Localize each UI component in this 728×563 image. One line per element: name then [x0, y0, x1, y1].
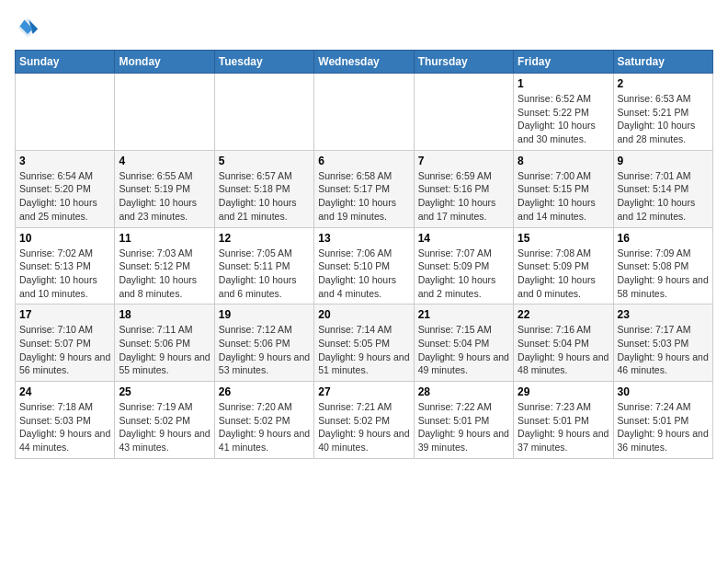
calendar-cell: 17Sunrise: 7:10 AMSunset: 5:07 PMDayligh… [16, 304, 115, 382]
calendar-cell: 7Sunrise: 6:59 AMSunset: 5:16 PMDaylight… [414, 150, 513, 227]
calendar-cell: 24Sunrise: 7:18 AMSunset: 5:03 PMDayligh… [16, 382, 115, 459]
calendar-week-row: 10Sunrise: 7:02 AMSunset: 5:13 PMDayligh… [16, 227, 713, 304]
calendar-cell: 6Sunrise: 6:58 AMSunset: 5:17 PMDaylight… [314, 150, 414, 227]
calendar-cell: 14Sunrise: 7:07 AMSunset: 5:09 PMDayligh… [414, 227, 513, 304]
day-info: Sunrise: 7:08 AMSunset: 5:09 PMDaylight:… [518, 247, 609, 301]
day-info: Sunrise: 6:53 AMSunset: 5:21 PMDaylight:… [618, 92, 709, 146]
day-of-week-header: Wednesday [314, 51, 414, 74]
calendar-week-row: 3Sunrise: 6:54 AMSunset: 5:20 PMDaylight… [16, 150, 713, 227]
calendar-cell: 13Sunrise: 7:06 AMSunset: 5:10 PMDayligh… [314, 227, 414, 304]
day-number: 29 [518, 385, 609, 398]
calendar-header-row: SundayMondayTuesdayWednesdayThursdayFrid… [16, 51, 713, 74]
day-number: 26 [219, 385, 310, 398]
day-number: 22 [518, 308, 609, 321]
calendar-cell: 15Sunrise: 7:08 AMSunset: 5:09 PMDayligh… [514, 227, 613, 304]
calendar-cell: 29Sunrise: 7:23 AMSunset: 5:01 PMDayligh… [514, 382, 613, 459]
day-info: Sunrise: 7:23 AMSunset: 5:01 PMDaylight:… [518, 400, 609, 454]
calendar-cell [16, 74, 115, 151]
day-info: Sunrise: 7:03 AMSunset: 5:12 PMDaylight:… [119, 247, 210, 301]
day-info: Sunrise: 7:18 AMSunset: 5:03 PMDaylight:… [19, 400, 110, 454]
day-info: Sunrise: 7:15 AMSunset: 5:04 PMDaylight:… [418, 323, 509, 377]
day-number: 28 [418, 385, 509, 398]
day-info: Sunrise: 7:16 AMSunset: 5:04 PMDaylight:… [518, 323, 609, 377]
day-number: 9 [618, 155, 709, 167]
day-info: Sunrise: 6:59 AMSunset: 5:16 PMDaylight:… [418, 169, 509, 224]
calendar-cell: 19Sunrise: 7:12 AMSunset: 5:06 PMDayligh… [214, 304, 313, 382]
calendar-cell: 1Sunrise: 6:52 AMSunset: 5:22 PMDaylight… [514, 74, 613, 151]
calendar-cell: 8Sunrise: 7:00 AMSunset: 5:15 PMDaylight… [514, 150, 613, 227]
day-number: 30 [618, 385, 709, 398]
day-number: 15 [518, 232, 609, 245]
day-number: 12 [219, 232, 310, 245]
day-info: Sunrise: 7:22 AMSunset: 5:01 PMDaylight:… [418, 400, 509, 454]
calendar-cell: 4Sunrise: 6:55 AMSunset: 5:19 PMDaylight… [115, 150, 214, 227]
calendar-cell: 23Sunrise: 7:17 AMSunset: 5:03 PMDayligh… [613, 304, 712, 382]
day-number: 8 [518, 155, 609, 167]
day-info: Sunrise: 6:54 AMSunset: 5:20 PMDaylight:… [19, 169, 110, 224]
day-number: 2 [618, 77, 709, 90]
calendar-cell: 2Sunrise: 6:53 AMSunset: 5:21 PMDaylight… [613, 74, 712, 151]
day-info: Sunrise: 6:58 AMSunset: 5:17 PMDaylight:… [318, 169, 409, 224]
calendar-cell: 22Sunrise: 7:16 AMSunset: 5:04 PMDayligh… [514, 304, 613, 382]
day-number: 14 [418, 232, 509, 245]
day-info: Sunrise: 7:11 AMSunset: 5:06 PMDaylight:… [119, 323, 210, 377]
day-number: 7 [418, 155, 509, 167]
day-of-week-header: Saturday [613, 51, 712, 74]
calendar-cell: 26Sunrise: 7:20 AMSunset: 5:02 PMDayligh… [214, 382, 313, 459]
day-info: Sunrise: 7:21 AMSunset: 5:02 PMDaylight:… [318, 400, 409, 454]
day-of-week-header: Thursday [414, 51, 513, 74]
day-number: 1 [518, 77, 609, 90]
day-info: Sunrise: 7:12 AMSunset: 5:06 PMDaylight:… [219, 323, 310, 377]
day-number: 13 [318, 232, 409, 245]
day-of-week-header: Monday [115, 51, 214, 74]
calendar-cell: 12Sunrise: 7:05 AMSunset: 5:11 PMDayligh… [214, 227, 313, 304]
day-info: Sunrise: 7:17 AMSunset: 5:03 PMDaylight:… [618, 323, 709, 377]
day-number: 5 [219, 155, 310, 167]
logo-icon [15, 15, 40, 40]
day-info: Sunrise: 7:00 AMSunset: 5:15 PMDaylight:… [518, 169, 609, 224]
day-number: 6 [318, 155, 409, 167]
calendar-cell [214, 74, 313, 151]
calendar-cell [414, 74, 513, 151]
calendar-cell: 18Sunrise: 7:11 AMSunset: 5:06 PMDayligh… [115, 304, 214, 382]
day-number: 24 [19, 385, 110, 398]
day-number: 19 [219, 308, 310, 321]
day-info: Sunrise: 7:06 AMSunset: 5:10 PMDaylight:… [318, 247, 409, 301]
day-number: 23 [618, 308, 709, 321]
day-number: 11 [119, 232, 210, 245]
calendar-cell: 10Sunrise: 7:02 AMSunset: 5:13 PMDayligh… [16, 227, 115, 304]
day-info: Sunrise: 6:57 AMSunset: 5:18 PMDaylight:… [219, 169, 310, 224]
page-header [15, 15, 713, 40]
day-number: 16 [618, 232, 709, 245]
calendar-table: SundayMondayTuesdayWednesdayThursdayFrid… [15, 50, 713, 459]
calendar-cell: 11Sunrise: 7:03 AMSunset: 5:12 PMDayligh… [115, 227, 214, 304]
calendar-cell: 5Sunrise: 6:57 AMSunset: 5:18 PMDaylight… [214, 150, 313, 227]
day-number: 25 [119, 385, 210, 398]
calendar-week-row: 24Sunrise: 7:18 AMSunset: 5:03 PMDayligh… [16, 382, 713, 459]
day-number: 17 [19, 308, 110, 321]
day-info: Sunrise: 7:14 AMSunset: 5:05 PMDaylight:… [318, 323, 409, 377]
calendar-cell: 3Sunrise: 6:54 AMSunset: 5:20 PMDaylight… [16, 150, 115, 227]
calendar-cell: 28Sunrise: 7:22 AMSunset: 5:01 PMDayligh… [414, 382, 513, 459]
calendar-cell: 30Sunrise: 7:24 AMSunset: 5:01 PMDayligh… [613, 382, 712, 459]
calendar-cell: 20Sunrise: 7:14 AMSunset: 5:05 PMDayligh… [314, 304, 414, 382]
day-info: Sunrise: 7:02 AMSunset: 5:13 PMDaylight:… [19, 247, 110, 301]
day-number: 3 [19, 155, 110, 167]
day-number: 27 [318, 385, 409, 398]
day-info: Sunrise: 7:19 AMSunset: 5:02 PMDaylight:… [119, 400, 210, 454]
day-info: Sunrise: 7:24 AMSunset: 5:01 PMDaylight:… [618, 400, 709, 454]
calendar-cell [314, 74, 414, 151]
calendar-week-row: 17Sunrise: 7:10 AMSunset: 5:07 PMDayligh… [16, 304, 713, 382]
day-number: 21 [418, 308, 509, 321]
day-info: Sunrise: 7:10 AMSunset: 5:07 PMDaylight:… [19, 323, 110, 377]
calendar-cell: 21Sunrise: 7:15 AMSunset: 5:04 PMDayligh… [414, 304, 513, 382]
day-info: Sunrise: 7:01 AMSunset: 5:14 PMDaylight:… [618, 169, 709, 224]
calendar-cell: 16Sunrise: 7:09 AMSunset: 5:08 PMDayligh… [613, 227, 712, 304]
day-number: 20 [318, 308, 409, 321]
day-info: Sunrise: 6:52 AMSunset: 5:22 PMDaylight:… [518, 92, 609, 146]
day-of-week-header: Friday [514, 51, 613, 74]
calendar-cell: 9Sunrise: 7:01 AMSunset: 5:14 PMDaylight… [613, 150, 712, 227]
day-of-week-header: Sunday [16, 51, 115, 74]
day-number: 10 [19, 232, 110, 245]
calendar-cell: 27Sunrise: 7:21 AMSunset: 5:02 PMDayligh… [314, 382, 414, 459]
